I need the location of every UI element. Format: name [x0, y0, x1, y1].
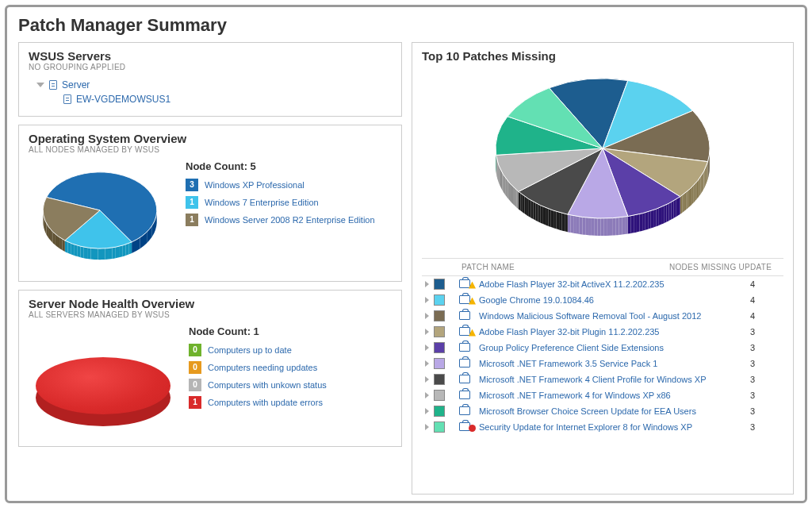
patch-link[interactable]: Adobe Flash Player 32-bit ActiveX 11.2.2… [479, 279, 725, 289]
patch-link[interactable]: Windows Malicious Software Removal Tool … [479, 311, 725, 321]
count-badge: 1 [189, 396, 201, 409]
expand-icon[interactable] [425, 329, 429, 335]
expand-icon[interactable] [425, 344, 429, 351]
expand-icon[interactable] [425, 360, 429, 367]
panel-subtitle: ALL SERVERS MANAGED BY WSUS [29, 310, 392, 319]
legend-item[interactable]: 0Computers needing updates [189, 361, 327, 374]
package-icon [459, 375, 470, 383]
panel-title: Operating System Overview [29, 132, 392, 145]
color-swatch [434, 342, 445, 353]
package-icon [459, 391, 470, 399]
panel-title: Server Node Health Overview [29, 297, 392, 310]
health-pie-chart [32, 325, 174, 437]
patch-link[interactable]: Microsoft .NET Framework 3.5 Service Pac… [479, 359, 725, 368]
legend-item[interactable]: 1Windows Server 2008 R2 Enterprise Editi… [186, 214, 375, 226]
node-count-label: Node Count: 5 [186, 160, 375, 172]
table-row: Adobe Flash Player 32-bit ActiveX 11.2.2… [422, 276, 783, 292]
nodes-missing-count: 3 [725, 422, 780, 432]
count-badge: 1 [186, 196, 198, 209]
document-icon [49, 80, 57, 90]
panel-subtitle: ALL NODES MANAGED BY WSUS [29, 145, 392, 154]
package-icon [459, 311, 470, 320]
color-swatch [434, 421, 445, 433]
document-icon [63, 94, 71, 104]
legend-label[interactable]: Computers with unkown status [208, 380, 327, 390]
color-swatch [434, 406, 445, 417]
nodes-missing-count: 3 [725, 327, 780, 337]
nodes-missing-count: 3 [725, 375, 780, 384]
expand-icon[interactable] [425, 392, 429, 398]
patch-link[interactable]: Security Update for Internet Explorer 8 … [479, 422, 725, 432]
patch-link[interactable]: Microsoft .NET Framework 4 for Windows X… [479, 391, 725, 400]
tree-root-label[interactable]: Server [62, 79, 90, 90]
nodes-missing-count: 4 [725, 295, 780, 305]
table-row: Group Policy Preference Client Side Exte… [422, 340, 783, 356]
legend-label[interactable]: Computers needing updates [208, 363, 317, 372]
node-count-label: Node Count: 1 [189, 325, 327, 337]
package-icon [459, 279, 470, 288]
patch-link[interactable]: Google Chrome 19.0.1084.46 [479, 295, 725, 305]
legend-label[interactable]: Computers with update errors [208, 398, 323, 407]
expand-icon[interactable] [425, 313, 429, 319]
panel-os-overview: Operating System Overview ALL NODES MANA… [18, 125, 402, 282]
pie-chart-icon [468, 63, 737, 253]
nodes-missing-count: 4 [725, 311, 780, 321]
table-row: Google Chrome 19.0.1084.464 [422, 292, 783, 308]
package-icon [459, 359, 470, 368]
tree-child[interactable]: EW-VGDEMOWSUS1 [63, 92, 392, 106]
legend-label[interactable]: Computers up to date [208, 345, 292, 355]
table-row: Security Update for Internet Explorer 8 … [422, 419, 783, 435]
patch-link[interactable]: Microsoft .NET Framework 4 Client Profil… [479, 375, 725, 384]
expand-icon[interactable] [425, 424, 429, 430]
panel-top-patches: Top 10 Patches Missing PATCH NAME NODES … [412, 42, 794, 495]
count-badge: 1 [186, 214, 198, 226]
table-row: Microsoft .NET Framework 3.5 Service Pac… [422, 356, 783, 371]
count-badge: 0 [189, 379, 201, 391]
patch-table-header: PATCH NAME NODES MISSING UPDATE [422, 258, 783, 276]
panel-health-overview: Server Node Health Overview ALL SERVERS … [18, 290, 402, 447]
nodes-missing-count: 3 [725, 406, 780, 416]
nodes-missing-count: 3 [725, 343, 780, 352]
patch-link[interactable]: Microsoft Browser Choice Screen Update f… [479, 406, 725, 416]
package-icon [459, 406, 470, 415]
legend-item[interactable]: 1Windows 7 Enterprise Edition [186, 196, 375, 209]
color-swatch [434, 279, 445, 290]
package-icon [459, 343, 470, 352]
chevron-down-icon[interactable] [36, 83, 44, 87]
legend-item[interactable]: 1Computers with update errors [189, 396, 327, 409]
table-row: Microsoft .NET Framework 4 Client Profil… [422, 371, 783, 387]
tree-child-label[interactable]: EW-VGDEMOWSUS1 [76, 94, 170, 105]
page-title: Patch Manager Summary [18, 15, 794, 36]
panel-wsus-servers: WSUS Servers NO GROUPING APPLIED Server … [18, 42, 402, 117]
legend-label[interactable]: Windows 7 Enterprise Edition [205, 198, 319, 207]
error-icon [469, 425, 476, 432]
expand-icon[interactable] [425, 376, 429, 383]
patch-link[interactable]: Adobe Flash Player 32-bit Plugin 11.2.20… [479, 327, 725, 337]
expand-icon[interactable] [425, 281, 429, 287]
tree-root[interactable]: Server [36, 78, 392, 92]
panel-title: WSUS Servers [29, 49, 392, 63]
patches-pie-chart [468, 63, 737, 253]
count-badge: 0 [189, 361, 201, 374]
count-badge: 3 [186, 179, 198, 191]
nodes-missing-count: 4 [725, 279, 780, 289]
color-swatch [434, 374, 445, 385]
expand-icon[interactable] [425, 297, 429, 303]
color-swatch [434, 326, 445, 337]
legend-item[interactable]: 3Windows XP Professional [186, 179, 375, 191]
legend-label[interactable]: Windows XP Professional [205, 180, 304, 190]
expand-icon[interactable] [425, 408, 429, 414]
legend-item[interactable]: 0Computers with unkown status [189, 379, 327, 391]
patch-link[interactable]: Group Policy Preference Client Side Exte… [479, 343, 725, 352]
panel-title: Top 10 Patches Missing [422, 49, 783, 63]
panel-subtitle: NO GROUPING APPLIED [29, 63, 392, 71]
nodes-missing-count: 3 [725, 391, 780, 400]
legend-item[interactable]: 0Computers up to date [189, 344, 327, 356]
color-swatch [434, 390, 445, 401]
color-swatch [434, 310, 445, 321]
nodes-missing-count: 3 [725, 359, 780, 368]
os-pie-chart [29, 160, 171, 271]
legend-label[interactable]: Windows Server 2008 R2 Enterprise Editio… [205, 215, 375, 225]
pie-chart-icon [29, 160, 171, 271]
col-nodes-missing: NODES MISSING UPDATE [669, 263, 780, 271]
